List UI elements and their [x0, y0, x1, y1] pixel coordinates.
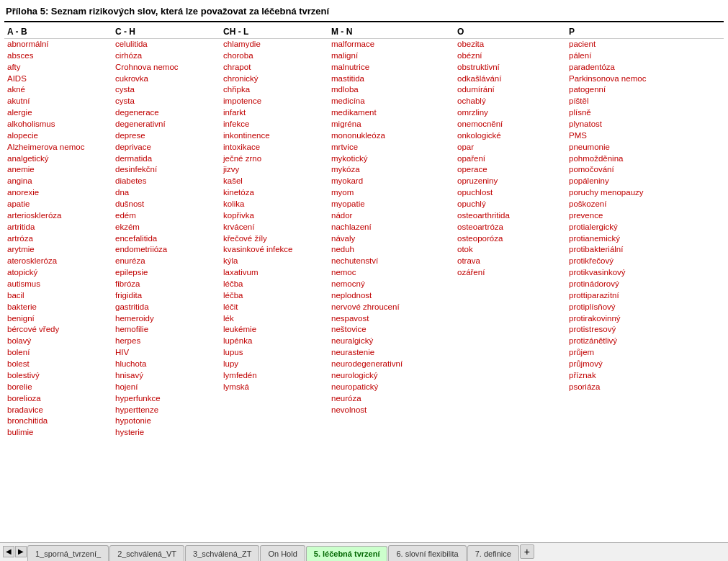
table-cell: bradavice	[4, 405, 112, 416]
table-cell: malformace	[328, 39, 454, 50]
word-item: choroba	[223, 51, 253, 60]
table-cell: hojení	[112, 382, 220, 393]
word-item: pohmožděnina	[569, 154, 623, 163]
table-cell: protirakovinný	[566, 313, 724, 325]
table-cell	[454, 393, 566, 405]
table-cell: opuchlost	[454, 187, 566, 199]
tab-nav-next[interactable]: ▶	[15, 546, 27, 557]
table-cell: opaření	[454, 153, 566, 165]
table-cell: opuchlý	[454, 199, 566, 210]
word-item: cysta	[115, 97, 135, 105]
table-cell: intoxikace	[220, 142, 328, 153]
word-item: epilepsie	[115, 268, 148, 277]
word-item: nespavost	[331, 314, 369, 323]
word-item: myopatie	[331, 199, 365, 208]
table-cell: hnisavý	[112, 370, 220, 382]
word-item: HIV	[115, 348, 129, 356]
sheet-tab-tab3[interactable]: 3_schválená_ZT	[185, 545, 259, 561]
word-item: afty	[7, 63, 21, 71]
table-cell: anemie	[4, 164, 112, 176]
table-cell: protikvasinkový	[566, 267, 724, 279]
word-item: gastritida	[115, 302, 149, 311]
table-cell: prottiparazitní	[566, 290, 724, 302]
word-item: dermatida	[115, 154, 152, 163]
word-item: desinfekční	[115, 165, 157, 174]
word-item: bolení	[7, 348, 30, 356]
table-cell: léčit	[220, 302, 328, 313]
table-cell: degenerativní	[112, 119, 220, 130]
add-sheet-button[interactable]: +	[520, 544, 534, 559]
table-cell: choroba	[220, 50, 328, 62]
words-table: A - B C - H CH - L M - N O P abnormálníc…	[4, 25, 724, 439]
table-cell: alkoholismus	[4, 119, 112, 130]
word-item: deprese	[115, 131, 145, 140]
table-cell: léčba	[220, 279, 328, 290]
table-cell: borelie	[4, 382, 112, 393]
table-cell: chlamydie	[220, 39, 328, 50]
table-cell: jizvy	[220, 164, 328, 176]
table-cell: onkologické	[454, 130, 566, 142]
table-cell	[454, 370, 566, 382]
table-cell: borelioza	[4, 393, 112, 405]
table-cell: akné	[4, 84, 112, 96]
sheet-tab-tab4[interactable]: On Hold	[260, 545, 305, 561]
word-item: artritida	[7, 223, 35, 231]
table-cell: analgetický	[4, 153, 112, 165]
table-cell: protikřečový	[566, 256, 724, 267]
sheet-tab-tab1[interactable]: 1_sporná_tvrzení_	[27, 545, 109, 561]
table-cell: artróza	[4, 233, 112, 245]
table-cell	[220, 416, 328, 427]
word-item: protikřečový	[569, 256, 614, 265]
table-cell: alergie	[4, 107, 112, 119]
word-item: artróza	[7, 234, 33, 243]
sheet-tab-tab7[interactable]: 7. definice	[467, 545, 519, 561]
table-cell: osteoporóza	[454, 233, 566, 245]
sheet-tab-tab2[interactable]: 2_schválená_VT	[109, 545, 184, 561]
table-cell: neplodnost	[328, 290, 454, 302]
word-item: lupy	[223, 359, 238, 368]
table-cell: návaly	[328, 233, 454, 245]
word-item: Alzheimerova nemoc	[7, 143, 84, 151]
table-cell: průjmový	[566, 359, 724, 370]
table-cell: ateroskleróza	[4, 256, 112, 267]
sheet-tab-tab5[interactable]: 5. léčebná tvrzení	[306, 546, 388, 561]
word-item: lymská	[223, 382, 249, 391]
word-item: opuchlost	[457, 188, 493, 197]
word-item: kinetóza	[223, 188, 254, 197]
word-item: deprivace	[115, 143, 151, 151]
table-cell: psoriáza	[566, 382, 724, 393]
table-cell: neurologický	[328, 370, 454, 382]
table-cell: myokard	[328, 176, 454, 187]
table-cell: atopický	[4, 267, 112, 279]
table-cell: bolení	[4, 347, 112, 359]
word-item: hemeroidy	[115, 314, 154, 323]
word-item: psoriáza	[569, 382, 600, 391]
word-item: onkologické	[457, 131, 501, 140]
word-item: patogenní	[569, 85, 606, 94]
word-item: malformace	[331, 40, 374, 48]
tab-nav-prev[interactable]: ◀	[3, 546, 14, 557]
word-item: AIDS	[7, 74, 27, 83]
table-cell: obézní	[454, 50, 566, 62]
table-cell: bolestivý	[4, 370, 112, 382]
word-item: operace	[457, 165, 487, 174]
header-o: O	[454, 25, 566, 39]
word-item: degenerativní	[115, 120, 166, 128]
table-cell: protiplísňový	[566, 302, 724, 313]
table-cell: odumírání	[454, 84, 566, 96]
word-item: bolavý	[7, 336, 31, 345]
word-item: průjem	[569, 348, 594, 356]
sheet-tab-tab6[interactable]: 6. slovní flexibilita	[388, 545, 466, 561]
word-item: fibróza	[115, 279, 140, 288]
table-cell: protibakteriální	[566, 244, 724, 256]
table-cell	[454, 290, 566, 302]
table-cell: benigní	[4, 313, 112, 325]
word-item: intoxikace	[223, 143, 260, 151]
table-cell	[220, 405, 328, 416]
word-item: píštěl	[569, 97, 589, 105]
table-cell: mrtvice	[328, 142, 454, 153]
table-cell: migréna	[328, 119, 454, 130]
table-cell: Parkinsonova nemoc	[566, 73, 724, 85]
word-item: nemocný	[331, 279, 365, 288]
word-item: analgetický	[7, 154, 49, 163]
